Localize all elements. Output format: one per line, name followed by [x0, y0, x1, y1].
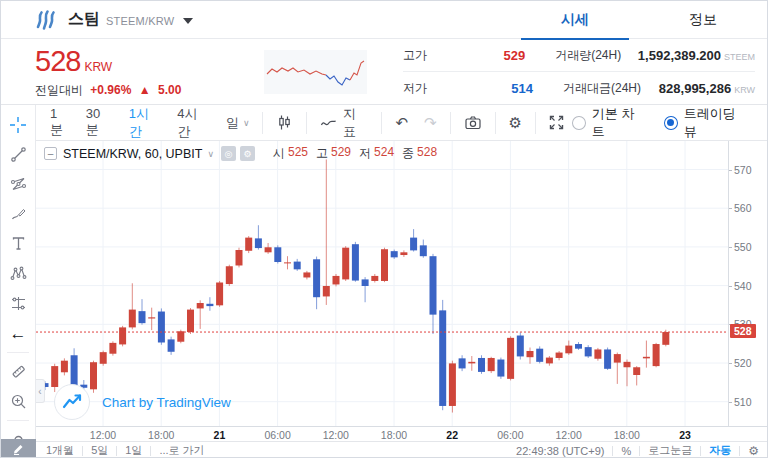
high-value: 529 — [331, 145, 351, 162]
open-value: 525 — [288, 145, 308, 162]
candle-body — [575, 344, 582, 349]
radio-unselected-icon — [572, 116, 586, 130]
candle-body — [119, 327, 126, 344]
clock-label[interactable]: 22:49:38 (UTC+9) — [508, 445, 612, 457]
undo-button[interactable]: ↶ — [387, 114, 416, 132]
trend-line-icon — [10, 146, 27, 163]
brush-tool-button[interactable] — [5, 201, 31, 227]
toolbar-divider — [7, 352, 29, 353]
candle-body — [294, 262, 301, 270]
measure-tool-button[interactable] — [5, 359, 31, 385]
candle-body — [197, 303, 204, 308]
candle-body — [177, 331, 184, 341]
price-summary: 528 KRW 전일대비 +0.96% ▲ 5.00 고가 529 거래량(24… — [1, 39, 767, 105]
candle-body — [333, 276, 340, 285]
candle-body — [158, 312, 165, 343]
candle-body — [362, 279, 369, 286]
timeframe-4h-button[interactable]: 4시간 — [169, 105, 218, 141]
timeframe-1m-button[interactable]: 1분 — [42, 106, 78, 139]
time-tick-label: 21 — [214, 429, 226, 441]
volume-label: 거래량(24H) — [555, 47, 638, 64]
zoom-in-tool-button[interactable] — [5, 389, 31, 415]
candle-body — [604, 349, 611, 368]
price-axis[interactable]: 570560550540530520510528 — [728, 141, 768, 426]
current-price: 528 — [35, 45, 80, 78]
tab-info[interactable]: 정보 — [639, 1, 767, 39]
chart-settings-button[interactable]: ⚙ — [501, 114, 530, 132]
legend-gear-icon[interactable]: ⚙ — [240, 146, 255, 161]
redo-button[interactable]: ↷ — [416, 114, 445, 132]
goto-date-button[interactable]: ...로 가기 — [151, 443, 212, 458]
log-scale-button[interactable]: 로그눈금 — [640, 443, 700, 458]
coin-dropdown-caret-icon[interactable] — [183, 18, 193, 24]
change-percent: +0.96% — [90, 83, 131, 97]
candle-body — [109, 343, 116, 354]
toolbar-separator — [381, 112, 382, 134]
time-tick-label: 12:00 — [323, 429, 349, 441]
candle-body — [400, 252, 407, 255]
chart-style-button[interactable] — [268, 114, 301, 131]
pair-label: STEEM/KRW — [106, 15, 174, 27]
low-label: 저 — [359, 145, 371, 162]
percent-scale-button[interactable]: % — [613, 445, 639, 457]
time-axis[interactable]: 12:0018:002106:0012:0018:002206:0012:001… — [36, 426, 768, 441]
fullscreen-button[interactable] — [541, 115, 572, 130]
bottom-right-controls: 22:49:38 (UTC+9) % 로그눈금 자동 ⚙ — [508, 443, 759, 458]
currency-label: KRW — [84, 60, 112, 74]
low-label: 저가 — [403, 80, 475, 97]
candle-body — [478, 358, 485, 372]
change-amount: 5.00 — [158, 83, 181, 97]
hide-panel-arrow-button[interactable]: ← — [5, 320, 31, 346]
chart-plot-area[interactable]: – STEEM/KRW, 60, UPBIT ∨ ◎ ⚙ 시525 고529 저… — [36, 141, 728, 426]
price-tick-label: 550 — [734, 241, 752, 253]
timeframe-1h-button[interactable]: 1시간 — [121, 105, 170, 141]
attribution-link[interactable]: Chart by TradingView — [102, 395, 231, 410]
basic-chart-radio[interactable]: 기본 차트 — [572, 105, 646, 141]
fib-lines-icon — [10, 176, 27, 193]
gann-fib-tool-button[interactable] — [5, 171, 31, 197]
trend-line-tool-button[interactable] — [5, 142, 31, 168]
sparkline-path — [350, 61, 364, 80]
range-1day-button[interactable]: 1일 — [117, 443, 150, 458]
chart-mode-switch: 기본 차트 트레이딩뷰 — [572, 105, 761, 141]
candle-body — [313, 259, 320, 297]
chart-legend: – STEEM/KRW, 60, UPBIT ∨ ◎ ⚙ 시525 고529 저… — [44, 145, 437, 162]
indicators-button[interactable]: 지표 — [312, 105, 376, 141]
candle-body — [129, 310, 136, 328]
range-5day-button[interactable]: 5일 — [83, 443, 116, 458]
open-label: 시 — [273, 145, 285, 162]
legend-eye-icon[interactable]: ◎ — [221, 146, 236, 161]
timeframe-30m-button[interactable]: 30분 — [78, 106, 121, 139]
candle-body — [61, 361, 68, 373]
tradingview-radio[interactable]: 트레이딩뷰 — [664, 105, 747, 141]
drawing-panel-toggle-button[interactable] — [1, 439, 36, 457]
timeframe-day-button[interactable]: 일∨ — [218, 114, 258, 132]
text-icon — [10, 235, 27, 252]
pattern-tool-button[interactable] — [5, 261, 31, 287]
forecast-tool-button[interactable] — [5, 290, 31, 316]
sparkline-path — [326, 75, 350, 85]
candle-body — [420, 245, 427, 256]
coin-name: 스팀 — [68, 9, 100, 30]
candle-body — [71, 355, 78, 385]
candle-body — [439, 310, 446, 406]
volume-value: 1,592,389.200STEEM — [638, 48, 755, 63]
legend-caret-icon[interactable]: ∨ — [207, 149, 214, 159]
candle-body — [216, 283, 223, 306]
auto-scale-button[interactable]: 자동 — [701, 443, 739, 458]
price-tick-label: 520 — [734, 357, 752, 369]
legend-collapse-button[interactable]: – — [44, 147, 57, 160]
crosshair-tool-button[interactable] — [5, 112, 31, 138]
candle-body — [352, 244, 359, 280]
time-tick-label: 18:00 — [381, 429, 407, 441]
tab-market-price[interactable]: 시세 — [511, 1, 639, 39]
snapshot-button[interactable] — [456, 114, 490, 131]
tradingview-logo-icon[interactable] — [54, 384, 90, 420]
axis-settings-gear-icon[interactable]: ⚙ — [740, 444, 759, 458]
candle-body — [594, 349, 601, 358]
candle-body — [468, 362, 475, 364]
text-tool-button[interactable] — [5, 231, 31, 257]
range-1month-button[interactable]: 1개월 — [46, 443, 82, 458]
trade-value-unit: KRW — [734, 85, 755, 95]
object-tree-collapse-button[interactable]: ‹ — [36, 379, 45, 403]
